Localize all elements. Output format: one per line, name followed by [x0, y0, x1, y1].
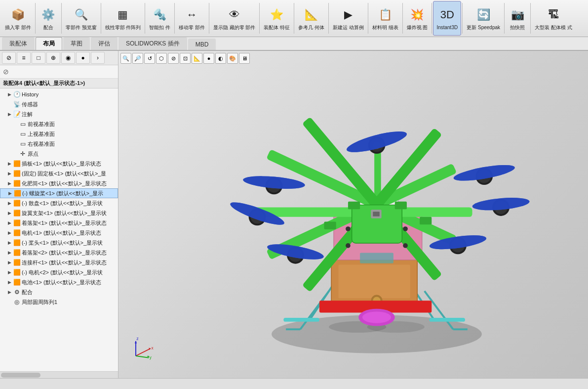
- tree-item-5[interactable]: ▭ 右视基准面: [0, 139, 118, 149]
- toolbar-icon-2: 🔍: [72, 6, 90, 24]
- tree-label-4: 上视基准面: [28, 130, 55, 138]
- tab-3[interactable]: 评估: [91, 37, 118, 50]
- tree-icon-13: 🟧: [13, 219, 21, 227]
- tree-item-21[interactable]: ◎ 局部圆周阵列1: [0, 297, 118, 307]
- toolbar-divider-13: [504, 3, 505, 34]
- vp-tool-7[interactable]: ●: [203, 53, 214, 64]
- vp-tool-0[interactable]: 🔍: [120, 53, 131, 64]
- vp-tool-5[interactable]: ⊡: [180, 53, 191, 64]
- sidebar-tool-5[interactable]: ●: [76, 52, 90, 64]
- tree-icon-7: 🟧: [13, 160, 21, 168]
- tree-item-16[interactable]: ▶ 🟧 着落架<2> (默认<<默认>_显示状态: [0, 248, 118, 258]
- tree-item-18[interactable]: ▶ 🟧 (-) 电机<2> (默认<<默认>_显示状: [0, 267, 118, 277]
- toolbar-item-9[interactable]: ▶新建运 动算例: [330, 1, 367, 36]
- tree-item-1[interactable]: 📡 传感器: [0, 99, 118, 109]
- toolbar-item-1[interactable]: ⚙️配合: [37, 1, 60, 36]
- vp-tool-10[interactable]: 🖥: [239, 53, 250, 64]
- tree-item-12[interactable]: ▶ 🟧 旋翼支架<1> (默认<<默认>_显示状: [0, 208, 118, 218]
- vp-tool-3[interactable]: ⬡: [156, 53, 167, 64]
- toolbar-label-4: 智能扣 件: [149, 25, 170, 31]
- toolbar-item-11[interactable]: 💥爆炸视 图: [404, 1, 431, 36]
- tree-icon-12: 🟧: [13, 209, 21, 217]
- toolbar-divider-5: [209, 3, 209, 34]
- vp-tool-4[interactable]: ⊘: [168, 53, 179, 64]
- sidebar-tool-1[interactable]: ≡: [17, 52, 31, 64]
- filter-icon[interactable]: ⊘: [3, 67, 115, 77]
- toolbar-item-3[interactable]: ▦线性零部 件阵列: [102, 1, 144, 36]
- tree-area[interactable]: ▶ 🕐 History 📡 传感器 ▶ 📝 注解 ▭ 前视基准面 ▭ 上视基准面…: [0, 88, 118, 371]
- toolbar-item-10[interactable]: 📋材料明 细表: [369, 1, 401, 36]
- toolbar-item-2[interactable]: 🔍零部件 预览窗: [63, 1, 100, 36]
- scroll-thumb[interactable]: [1, 373, 40, 378]
- vp-tool-9[interactable]: 🎨: [227, 53, 238, 64]
- tree-icon-8: 🟧: [13, 170, 21, 177]
- tab-4[interactable]: SOLIDWORKS 插件: [118, 37, 187, 50]
- toolbar-item-4[interactable]: 🔩智能扣 件: [146, 1, 173, 36]
- toolbar-label-0: 插入零 部件: [5, 25, 31, 31]
- toolbar-item-15[interactable]: 🏗大型装 配体模 式: [532, 1, 575, 36]
- sidebar-tool-6[interactable]: ›: [91, 52, 105, 64]
- tab-2[interactable]: 草图: [63, 37, 90, 50]
- toolbar-item-5[interactable]: ↔️移动零 部件: [176, 1, 208, 36]
- tree-item-15[interactable]: ▶ 🟧 (-) 桨头<1> (默认<<默认>_显示状: [0, 238, 118, 248]
- tree-arrow-10: ▶: [6, 190, 13, 197]
- svg-marker-80: [135, 341, 137, 344]
- tree-item-3[interactable]: ▭ 前视基准面: [0, 119, 118, 129]
- vp-tool-8[interactable]: ◐: [215, 53, 226, 64]
- tree-item-6[interactable]: ✛ 原点: [0, 149, 118, 159]
- vp-tool-6[interactable]: 📐: [192, 53, 202, 64]
- tree-icon-4: ▭: [19, 130, 27, 138]
- tab-1[interactable]: 布局: [36, 37, 62, 50]
- tab-0[interactable]: 装配体: [2, 37, 35, 50]
- sidebar-tool-4[interactable]: ◉: [61, 52, 75, 64]
- assembly-title[interactable]: 装配体4 (默认<默认_显示状态-1>): [0, 79, 118, 88]
- svg-rect-11: [283, 318, 319, 322]
- sidebar-tool-2[interactable]: □: [32, 52, 45, 64]
- tree-item-17[interactable]: ▶ 🟧 连接杆<1> (默认<<默认>_显示状态: [0, 258, 118, 267]
- vp-tool-1[interactable]: 🔎: [132, 53, 143, 64]
- toolbar-item-13[interactable]: 🔄更新 Speedpak: [464, 1, 503, 36]
- tree-item-10[interactable]: ▶ 🟧 (-) 螺旋桨<1> (默认<<默认>_显示: [0, 188, 118, 198]
- toolbar-item-14[interactable]: 📷拍快照: [506, 1, 529, 36]
- toolbar-label-13: 更新 Speedpak: [467, 25, 500, 31]
- tree-item-11[interactable]: ▶ 🟧 (-) 散盘<1> (默认<<默认>_显示状: [0, 198, 118, 208]
- tree-item-19[interactable]: ▶ 🟧 电池<1> (默认<<默认>_显示状态: [0, 277, 118, 287]
- tree-item-20[interactable]: ▶ ⚙ 配合: [0, 287, 118, 297]
- toolbar-divider-10: [402, 3, 403, 34]
- toolbar-item-7[interactable]: ⭐装配体 特征: [261, 1, 293, 36]
- toolbar-divider-14: [530, 3, 531, 34]
- tree-label-10: (-) 螺旋桨<1> (默认<<默认>_显示: [22, 190, 103, 197]
- sidebar-tool-0[interactable]: ⊘: [2, 52, 16, 64]
- toolbar-icon-10: 📋: [376, 6, 394, 24]
- sidebar-tool-3[interactable]: ⊕: [46, 52, 60, 64]
- svg-rect-67: [420, 217, 431, 224]
- toolbar-item-8[interactable]: 📐参考几 何体: [295, 1, 327, 36]
- tree-arrow-16: ▶: [6, 249, 13, 256]
- tree-item-9[interactable]: ▶ 🟧 化肥筒<1> (默认<<默认>_显示状态: [0, 178, 118, 188]
- viewport[interactable]: 🔍🔎↺⬡⊘⊡📐●◐🎨🖥: [118, 51, 588, 378]
- svg-rect-66: [324, 222, 336, 229]
- toolbar-icon-0: 📦: [9, 6, 27, 24]
- tree-arrow-17: ▶: [6, 259, 13, 266]
- toolbar-divider-1: [61, 3, 62, 34]
- tree-label-18: (-) 电机<2> (默认<<默认>_显示状: [22, 269, 103, 276]
- vp-tool-2[interactable]: ↺: [144, 53, 155, 64]
- tree-item-8[interactable]: ▶ 🟧 (固定) 固定板<1> (默认<<默认>_显: [0, 169, 118, 178]
- tree-item-2[interactable]: ▶ 📝 注解: [0, 109, 118, 119]
- toolbar-label-10: 材料明 细表: [372, 25, 398, 31]
- tree-item-13[interactable]: ▶ 🟧 着落架<1> (默认<<默认>_显示状态: [0, 218, 118, 228]
- toolbar-label-14: 拍快照: [510, 25, 525, 31]
- toolbar-item-6[interactable]: 👁显示隐 藏的零 部件: [210, 1, 259, 36]
- filter-area: ⊘: [0, 65, 118, 79]
- toolbar-item-0[interactable]: 📦插入零 部件: [2, 1, 34, 36]
- tree-item-14[interactable]: ▶ 🟧 电机<1> (默认<<默认>_显示状态: [0, 228, 118, 238]
- tree-item-0[interactable]: ▶ 🕐 History: [0, 89, 118, 99]
- tree-icon-2: 📝: [13, 110, 21, 118]
- tab-5[interactable]: MBD: [188, 39, 216, 50]
- toolbar-label-5: 移动零 部件: [179, 25, 205, 31]
- tree-item-7[interactable]: ▶ 🟧 插板<1> (默认<<默认>_显示状态: [0, 159, 118, 169]
- toolbar-label-1: 配合: [43, 25, 53, 31]
- toolbar-item-12[interactable]: 3DInstant3D: [433, 1, 461, 36]
- svg-rect-72: [360, 253, 393, 263]
- tree-item-4[interactable]: ▭ 上视基准面: [0, 129, 118, 139]
